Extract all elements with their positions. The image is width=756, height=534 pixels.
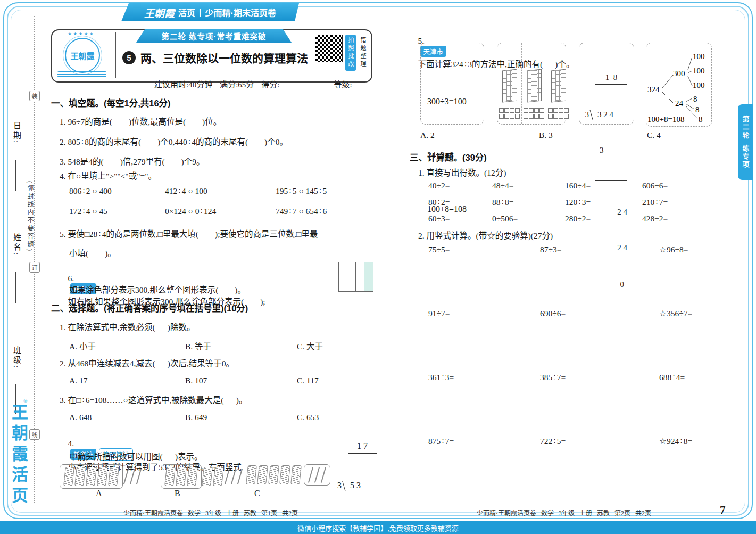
unit-cubes-row [499, 114, 520, 119]
calc-item[interactable]: 48÷4= [492, 181, 565, 198]
compare-item[interactable]: 806÷2 ○ 400 [69, 186, 165, 207]
q6-strip [339, 262, 347, 291]
name-blank-line[interactable] [15, 272, 16, 303]
calc-item[interactable]: 280÷2= [565, 214, 642, 231]
tree-leaf-100: 100 [693, 67, 705, 75]
grade-blank[interactable] [360, 81, 399, 89]
s2-q1-options: A. 小于 B. 等于 C. 大于 [69, 340, 370, 351]
hundred-flat-icon [527, 69, 542, 103]
stick-bundle [290, 465, 302, 484]
calc-item[interactable]: 210÷7= [642, 198, 716, 214]
calc-item[interactable]: 91÷7= [428, 309, 540, 373]
stick-bundle [63, 467, 74, 486]
compare-item[interactable]: 172÷4 ○ 45 [69, 207, 165, 227]
compare-item[interactable]: 412÷4 ○ 100 [165, 186, 276, 207]
option-c[interactable]: C. 117 [297, 376, 370, 385]
option-a[interactable]: A. 小于 [69, 340, 185, 351]
ld-divisor: 3 [581, 109, 589, 121]
calc-item[interactable]: 60÷3= [428, 214, 492, 231]
calc-item[interactable]: 120÷3= [565, 198, 642, 214]
calc-item[interactable]: 875÷7= [428, 437, 540, 500]
stick-bundle [257, 465, 268, 484]
compare-item[interactable]: 195÷5 ○ 145÷5 [276, 186, 370, 207]
ld-divisor: 3 [332, 479, 342, 492]
ld-quotient: 1 7 [348, 440, 377, 454]
grade-label: 等级: [334, 78, 352, 89]
calc-item[interactable]: 722÷5= [540, 437, 659, 500]
brand-vertical-logo: 王朝霞活页 [6, 404, 30, 507]
loose-stick [237, 469, 243, 484]
calc-item[interactable]: 160÷4= [565, 181, 642, 198]
tree-leaf-100: 100 [693, 81, 705, 89]
banner-subtitle: 少而精·期末活页卷 [205, 6, 276, 19]
round-tab: 第二轮 练专项 [738, 104, 753, 180]
stick-bundle [108, 467, 119, 486]
unit-title-row: 5 两、三位数除以一位数的算理算法 [122, 50, 319, 65]
stick-bundle [86, 467, 97, 486]
option-c[interactable]: C. 大于 [297, 340, 370, 351]
stick-bundle [97, 467, 108, 486]
option-b[interactable]: B. 107 [185, 376, 297, 385]
date-blank-line[interactable] [15, 160, 16, 191]
s2-q5-option-c[interactable]: C. 4 [647, 130, 661, 140]
stick-bundle [202, 467, 213, 486]
option-b[interactable]: B. 649 [185, 413, 297, 422]
calc-item[interactable]: 40÷2= [428, 181, 492, 198]
s1-q6-line2: 如果涂色部分表示300,那么整个图形表示( )。 [69, 283, 246, 295]
tree-leaf-100: 100 [693, 52, 705, 61]
name-label: 姓名: [11, 233, 22, 256]
binding-marker-xian: 线 [29, 429, 40, 440]
hundred-flat-icon [502, 69, 517, 103]
figure-label-b: B [175, 489, 180, 498]
calc-item[interactable]: 80÷2= [428, 198, 492, 214]
logo-waves-icon [57, 71, 106, 77]
q5-method-tree-box: 324 300 100 100 100 24 8 8 8 100+8=108 [646, 43, 712, 127]
calc-item[interactable]: ☆356÷7= [659, 309, 716, 373]
calc-item[interactable]: 606÷6= [642, 181, 716, 198]
calc-item[interactable]: 688÷4= [659, 373, 716, 437]
unit-cubes-row [548, 108, 569, 113]
s2-q4-line2: 中箭头所指的数可以用图( )表示。 [69, 450, 203, 462]
s1-q2: 2. 805÷8的商的末尾有( )个0,440÷4的商的末尾有( )个0。 [60, 135, 288, 147]
unit-cubes-row [524, 108, 544, 113]
calc-item[interactable]: ☆96÷8= [659, 245, 716, 309]
tab-line2: 练专项 [741, 145, 751, 169]
ld-step1: 3 [595, 144, 627, 157]
unit-cubes-row [524, 114, 544, 119]
s2-q5-option-b[interactable]: B. 3 [539, 130, 553, 140]
tree-leaf-8: 8 [699, 115, 703, 124]
loose-stick [308, 467, 313, 482]
option-b[interactable]: B. 等于 [185, 340, 297, 351]
calc-item[interactable]: ☆924÷8= [659, 437, 716, 500]
score-blank[interactable] [287, 81, 327, 89]
calc-item[interactable]: 690÷6= [540, 309, 659, 373]
number-tree-diagram: 324 300 100 100 100 24 8 8 8 100+8=108 [646, 43, 709, 124]
ld-dividend: 5 3 [350, 479, 361, 492]
calc-item[interactable]: 0÷506= [492, 214, 565, 231]
calc-item[interactable]: 87÷3= [540, 245, 659, 309]
tree-leaf-8: 8 [695, 105, 700, 114]
loose-stick [130, 469, 135, 484]
compare-item[interactable]: 0×124 ○ 0÷124 [165, 207, 276, 227]
loose-stick [225, 469, 230, 484]
base10-panel [522, 43, 546, 124]
option-a[interactable]: A. 648 [69, 413, 185, 422]
calc-item[interactable]: 88÷8= [492, 198, 565, 214]
s2-q5-option-a[interactable]: A. 2 [420, 130, 435, 140]
calc-item[interactable]: 75÷5= [428, 245, 540, 309]
compare-item[interactable]: 749÷7 ○ 654÷6 [276, 207, 370, 227]
s1-q5-line1: 5. 要使□28÷4的商是两位数,□里最大填( );要使它的商是三位数,□里最 [60, 227, 318, 239]
tree-root: 324 [647, 85, 660, 94]
qr-code-icon [315, 35, 343, 62]
ld-quotient: 1 8 [595, 71, 627, 85]
banner-brand: 王朝霞 [144, 5, 175, 20]
calc-item[interactable]: 428÷2= [642, 214, 716, 231]
calc-item[interactable]: 361÷3= [428, 373, 540, 437]
equation-line: 300÷3=100 [427, 93, 484, 111]
option-a[interactable]: A. 17 [69, 376, 185, 385]
round-ribbon: 第二轮 练专项·常考重难突破 [136, 29, 292, 43]
s1-q4-comparison-grid: 806÷2 ○ 400 412÷4 ○ 100 195÷5 ○ 145÷5 17… [69, 186, 370, 227]
s2-q3: 3. 在□÷6=108……○这道算式中,被除数最大是( )。 [60, 393, 247, 405]
q5-method-division-box: 1 8 33 2 4 3 2 4 2 4 0 [579, 43, 634, 125]
calc-item[interactable]: 385÷7= [540, 373, 659, 437]
